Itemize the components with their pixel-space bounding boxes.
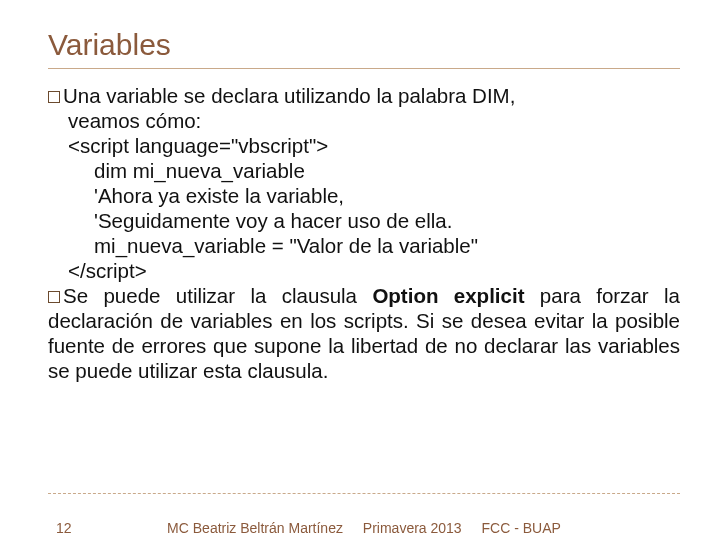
square-bullet-icon <box>48 291 60 303</box>
square-bullet-icon <box>48 91 60 103</box>
footer-center: MC Beatriz Beltrán Martínez Primavera 20… <box>48 520 680 536</box>
code-line-6: </script> <box>48 258 680 283</box>
para1-rest: veamos cómo: <box>48 108 680 133</box>
title-divider <box>48 68 680 69</box>
code-line-5: mi_nueva_variable = "Valor de la variabl… <box>48 233 680 258</box>
footer-term: Primavera 2013 <box>363 520 462 536</box>
code-line-1: <script language="vbscript"> <box>48 133 680 158</box>
para2-a: Se puede utilizar la clausula <box>63 284 372 307</box>
code-line-2: dim mi_nueva_variable <box>48 158 680 183</box>
page-title: Variables <box>48 28 680 62</box>
bullet-item-1: Una variable se declara utilizando la pa… <box>48 83 680 108</box>
slide-body: Una variable se declara utilizando la pa… <box>48 83 680 383</box>
para2-bold: Option explicit <box>372 284 524 307</box>
footer-divider <box>48 493 680 494</box>
code-line-3: 'Ahora ya existe la variable, <box>48 183 680 208</box>
footer-author: MC Beatriz Beltrán Martínez <box>167 520 343 536</box>
code-line-4: 'Seguidamente voy a hacer uso de ella. <box>48 208 680 233</box>
bullet-item-2: Se puede utilizar la clausula Option exp… <box>48 283 680 383</box>
footer-org: FCC - BUAP <box>482 520 561 536</box>
para1-lead: Una variable se declara utilizando la pa… <box>63 84 515 107</box>
